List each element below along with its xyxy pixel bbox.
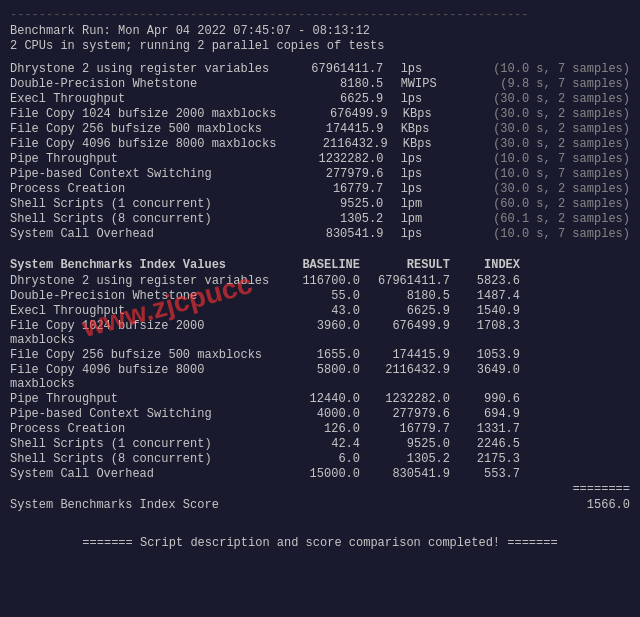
bench-samples: (10.0 s, 7 samples) (470, 152, 630, 166)
bench-label: File Copy 1024 bufsize 2000 maxblocks (10, 107, 276, 121)
ir-baseline: 126.0 (270, 422, 360, 436)
idx-header-label: System Benchmarks Index Values (10, 258, 270, 272)
bench-unit: lps (397, 167, 457, 181)
ir-baseline: 3960.0 (270, 319, 360, 347)
ir-result: 2116432.9 (360, 363, 450, 391)
ir-result: 277979.6 (360, 407, 450, 421)
ir-result: 16779.7 (360, 422, 450, 436)
ir-label: File Copy 4096 bufsize 8000 maxblocks (10, 363, 270, 391)
ir-baseline: 4000.0 (270, 407, 360, 421)
index-row: File Copy 1024 bufsize 2000 maxblocks 39… (10, 319, 630, 347)
ir-baseline: 1655.0 (270, 348, 360, 362)
bench-samples: (9.8 s, 7 samples) (470, 77, 630, 91)
ir-index: 1331.7 (450, 422, 520, 436)
bench-samples: (10.0 s, 7 samples) (470, 62, 630, 76)
bench-unit: KBps (397, 122, 457, 136)
index-row: Process Creation 126.0 16779.7 1331.7 (10, 422, 630, 436)
ir-index: 2246.5 (450, 437, 520, 451)
ir-label: Pipe Throughput (10, 392, 270, 406)
bench-samples: (60.0 s, 2 samples) (470, 197, 630, 211)
bench-samples: (30.0 s, 2 samples) (470, 107, 630, 121)
ir-label: Pipe-based Context Switching (10, 407, 270, 421)
index-row: System Call Overhead 15000.0 830541.9 55… (10, 467, 630, 481)
bench-label: Pipe-based Context Switching (10, 167, 270, 181)
ir-result: 1232282.0 (360, 392, 450, 406)
ir-label: File Copy 256 bufsize 500 maxblocks (10, 348, 270, 362)
ir-label: Shell Scripts (1 concurrent) (10, 437, 270, 451)
header-line1: Benchmark Run: Mon Apr 04 2022 07:45:07 … (10, 24, 630, 38)
bench-samples: (30.0 s, 2 samples) (470, 182, 630, 196)
ir-baseline: 6.0 (270, 452, 360, 466)
bench-unit: MWIPS (397, 77, 457, 91)
benchmark-row: Execl Throughput 6625.9 lps (30.0 s, 2 s… (10, 92, 630, 106)
benchmark-row: File Copy 256 bufsize 500 maxblocks 1744… (10, 122, 630, 136)
benchmark-row: Shell Scripts (8 concurrent) 1305.2 lpm … (10, 212, 630, 226)
ir-index: 990.6 (450, 392, 520, 406)
benchmark-row: Pipe-based Context Switching 277979.6 lp… (10, 167, 630, 181)
bench-label: File Copy 4096 bufsize 8000 maxblocks (10, 137, 276, 151)
bench-value: 16779.7 (283, 182, 383, 196)
score-label: System Benchmarks Index Score (10, 498, 560, 512)
benchmark-results: Dhrystone 2 using register variables 679… (10, 62, 630, 241)
bench-label: Process Creation (10, 182, 270, 196)
ir-baseline: 116700.0 (270, 274, 360, 288)
ir-label: Dhrystone 2 using register variables (10, 274, 270, 288)
ir-baseline: 42.4 (270, 437, 360, 451)
benchmark-row: Dhrystone 2 using register variables 679… (10, 62, 630, 76)
ir-index: 2175.3 (450, 452, 520, 466)
benchmark-row: Double-Precision Whetstone 8180.5 MWIPS … (10, 77, 630, 91)
ir-result: 6625.9 (360, 304, 450, 318)
ir-baseline: 5800.0 (270, 363, 360, 391)
index-row: Pipe-based Context Switching 4000.0 2779… (10, 407, 630, 421)
bench-value: 174415.9 (283, 122, 383, 136)
index-row: Dhrystone 2 using register variables 116… (10, 274, 630, 288)
ir-result: 174415.9 (360, 348, 450, 362)
bench-value: 8180.5 (283, 77, 383, 91)
idx-header-baseline: BASELINE (270, 258, 360, 272)
ir-result: 67961411.7 (360, 274, 450, 288)
benchmark-row: System Call Overhead 830541.9 lps (10.0 … (10, 227, 630, 241)
bench-value: 6625.9 (283, 92, 383, 106)
bench-label: Pipe Throughput (10, 152, 270, 166)
ir-label: System Call Overhead (10, 467, 270, 481)
bench-unit: lpm (397, 212, 457, 226)
benchmark-row: Pipe Throughput 1232282.0 lps (10.0 s, 7… (10, 152, 630, 166)
bench-label: System Call Overhead (10, 227, 270, 241)
ir-baseline: 55.0 (270, 289, 360, 303)
header-line2: 2 CPUs in system; running 2 parallel cop… (10, 39, 630, 53)
bench-unit: lps (397, 182, 457, 196)
ir-baseline: 43.0 (270, 304, 360, 318)
ir-index: 553.7 (450, 467, 520, 481)
ir-index: 1540.9 (450, 304, 520, 318)
index-row: Pipe Throughput 12440.0 1232282.0 990.6 (10, 392, 630, 406)
completion-line: ======= Script description and score com… (10, 536, 630, 550)
ir-result: 9525.0 (360, 437, 450, 451)
bench-unit: KBps (399, 107, 459, 121)
benchmark-row: Shell Scripts (1 concurrent) 9525.0 lpm … (10, 197, 630, 211)
ir-result: 830541.9 (360, 467, 450, 481)
idx-header-result: RESULT (360, 258, 450, 272)
bench-label: Double-Precision Whetstone (10, 77, 270, 91)
ir-index: 5823.6 (450, 274, 520, 288)
ir-label: Execl Throughput (10, 304, 270, 318)
bench-samples: (10.0 s, 7 samples) (470, 227, 630, 241)
ir-index: 1487.4 (450, 289, 520, 303)
bench-value: 830541.9 (283, 227, 383, 241)
bench-unit: lps (397, 62, 457, 76)
index-row: Shell Scripts (8 concurrent) 6.0 1305.2 … (10, 452, 630, 466)
ir-result: 676499.9 (360, 319, 450, 347)
index-row: File Copy 256 bufsize 500 maxblocks 1655… (10, 348, 630, 362)
bench-samples: (10.0 s, 7 samples) (470, 167, 630, 181)
index-header: System Benchmarks Index Values BASELINE … (10, 258, 630, 272)
benchmark-row: File Copy 1024 bufsize 2000 maxblocks 67… (10, 107, 630, 121)
ir-label: File Copy 1024 bufsize 2000 maxblocks (10, 319, 270, 347)
bench-samples: (30.0 s, 2 samples) (470, 122, 630, 136)
bench-samples: (30.0 s, 2 samples) (470, 137, 630, 151)
ir-index: 694.9 (450, 407, 520, 421)
bench-value: 9525.0 (283, 197, 383, 211)
ir-result: 1305.2 (360, 452, 450, 466)
score-value: 1566.0 (560, 498, 630, 512)
bench-value: 2116432.9 (288, 137, 388, 151)
bench-label: File Copy 256 bufsize 500 maxblocks (10, 122, 270, 136)
benchmark-row: Process Creation 16779.7 lps (30.0 s, 2 … (10, 182, 630, 196)
